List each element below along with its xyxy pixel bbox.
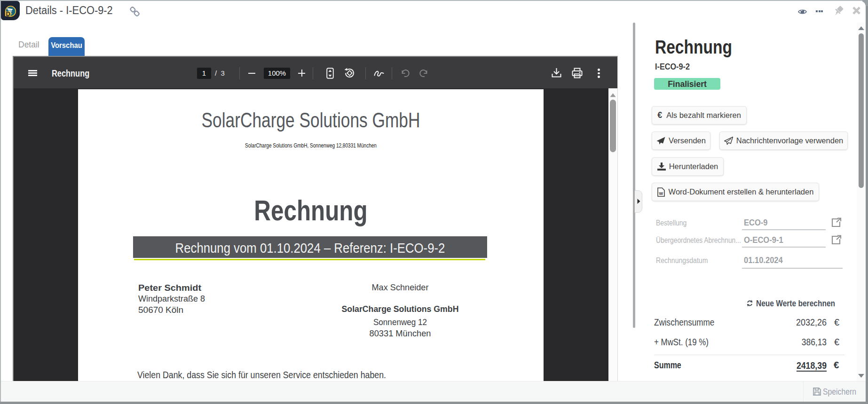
svg-text:D: D: [6, 10, 10, 17]
svg-text:W: W: [659, 191, 663, 195]
